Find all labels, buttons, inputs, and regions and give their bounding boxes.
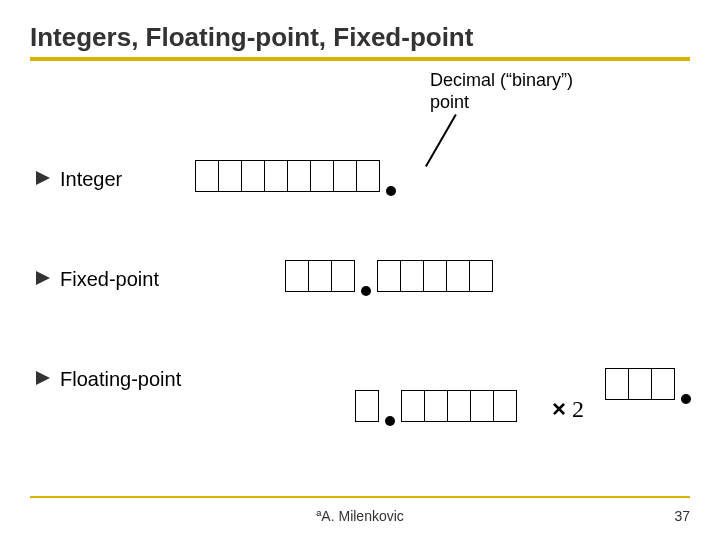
svg-marker-0 xyxy=(36,171,50,185)
cell xyxy=(333,160,357,192)
grid-fixed-left xyxy=(285,260,355,292)
cell xyxy=(469,260,493,292)
bullet-float-label: Floating-point xyxy=(60,368,181,391)
cell xyxy=(308,260,332,292)
grid-float-mantissa xyxy=(355,390,517,422)
bullet-integer-label: Integer xyxy=(60,168,122,191)
svg-marker-1 xyxy=(36,271,50,285)
grid-fixed xyxy=(285,260,493,292)
caption-decimal-point: Decimal (“binary”) point xyxy=(430,70,573,113)
cell xyxy=(651,368,675,400)
cell xyxy=(470,390,494,422)
row-fixed: Fixed-point xyxy=(36,268,159,291)
cell xyxy=(447,390,471,422)
grid-float-right xyxy=(401,390,517,422)
cell xyxy=(424,390,448,422)
slide: Integers, Floating-point, Fixed-point De… xyxy=(0,0,720,540)
cell xyxy=(355,390,379,422)
pointer-line xyxy=(425,114,457,167)
bullet-arrow-icon xyxy=(36,171,50,189)
cell xyxy=(331,260,355,292)
grid-integer-cells xyxy=(195,160,380,192)
decimal-point-dot xyxy=(385,416,395,426)
cell xyxy=(356,160,380,192)
grid-fixed-right xyxy=(377,260,493,292)
slide-title: Integers, Floating-point, Fixed-point xyxy=(30,22,690,53)
title-underline xyxy=(30,57,690,61)
cell xyxy=(401,390,425,422)
bullet-arrow-icon xyxy=(36,271,50,289)
decimal-point-dot xyxy=(361,286,371,296)
times-symbol: × xyxy=(552,395,566,423)
cell xyxy=(400,260,424,292)
footer-rule xyxy=(30,496,690,498)
cell xyxy=(264,160,288,192)
cell xyxy=(446,260,470,292)
grid-float-exponent xyxy=(605,368,691,400)
page-number: 37 xyxy=(674,508,690,524)
caption-line1: Decimal (“binary”) xyxy=(430,70,573,90)
base-two: 2 xyxy=(572,396,584,423)
bullet-arrow-icon xyxy=(36,371,50,389)
decimal-point-dot xyxy=(681,394,691,404)
cell xyxy=(605,368,629,400)
grid-integer xyxy=(195,160,396,192)
row-integer: Integer xyxy=(36,168,122,191)
times-two: × 2 xyxy=(552,395,584,423)
cell xyxy=(287,160,311,192)
grid-float-left xyxy=(355,390,379,422)
cell xyxy=(195,160,219,192)
row-float: Floating-point xyxy=(36,368,181,391)
cell xyxy=(285,260,309,292)
cell xyxy=(423,260,447,292)
grid-exponent-cells xyxy=(605,368,675,400)
cell xyxy=(218,160,242,192)
caption-line2: point xyxy=(430,92,469,112)
decimal-point-dot xyxy=(386,186,396,196)
bullet-fixed-label: Fixed-point xyxy=(60,268,159,291)
copyright: ªA. Milenkovic xyxy=(0,508,720,524)
cell xyxy=(241,160,265,192)
cell xyxy=(628,368,652,400)
cell xyxy=(310,160,334,192)
cell xyxy=(377,260,401,292)
cell xyxy=(493,390,517,422)
svg-marker-2 xyxy=(36,371,50,385)
